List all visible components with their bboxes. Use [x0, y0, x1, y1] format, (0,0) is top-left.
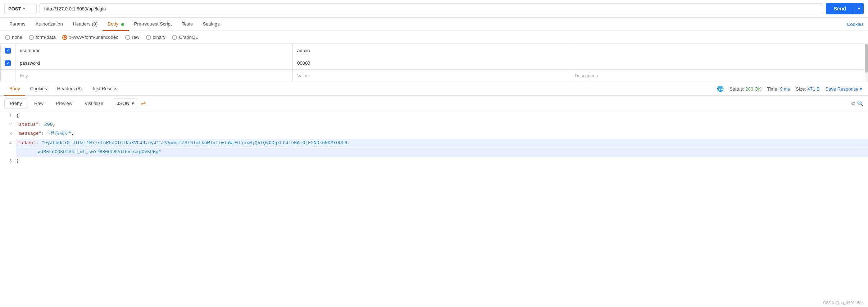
code-line-1: 1 {	[0, 111, 868, 120]
code-line-2: 2 "status": 200,	[0, 120, 868, 129]
method-select[interactable]: POST ▾	[4, 4, 37, 14]
size-label: Size:	[796, 86, 806, 92]
val-message: "登录成功"	[47, 131, 72, 136]
send-dropdown-arrow[interactable]: ▾	[854, 4, 864, 14]
format-visualize[interactable]: Visualize	[79, 98, 109, 108]
code-area: 1 { 2 "status": 200, 3 "message": "登录成功"…	[0, 111, 868, 166]
method-label: POST	[8, 6, 21, 12]
time-label: Time:	[767, 86, 778, 92]
placeholder-value[interactable]: Value	[293, 70, 570, 82]
response-tab-test-results[interactable]: Test Results	[87, 82, 122, 96]
response-meta: 🌐 Status: 200 OK Time: 9 ms Size: 471 B …	[717, 86, 864, 92]
radio-graphql-label: GraphQL	[179, 35, 198, 40]
radio-urlencoded-label: x-www-form-urlencoded	[69, 35, 119, 40]
line-num-1: 1	[0, 111, 16, 120]
line-content-2: "status": 200,	[16, 120, 868, 129]
url-input[interactable]	[40, 3, 823, 14]
radio-form-data-label: form-data	[36, 35, 56, 40]
format-pretty[interactable]: Pretty	[4, 98, 27, 108]
table-row: password 00000	[1, 57, 868, 70]
key-token: "token"	[16, 140, 36, 146]
filter-icon[interactable]: ⇌	[141, 100, 146, 107]
radio-raw-label: raw	[132, 35, 140, 40]
line-content-4: "token": "eyJhbGciOiJIUzI1NiIsInR5cCI6Ik…	[16, 139, 868, 148]
response-tab-cookies[interactable]: Cookies	[25, 82, 52, 96]
row1-check-cell[interactable]	[1, 44, 15, 57]
code-line-3: 3 "message": "登录成功",	[0, 129, 868, 138]
cookies-link[interactable]: Cookies	[847, 18, 864, 31]
top-bar: POST ▾ Send ▾	[0, 0, 868, 18]
request-tabs-bar: Params Authorization Headers (8) Body Pr…	[0, 18, 868, 31]
row2-value[interactable]: 00000	[293, 57, 570, 70]
body-active-dot	[121, 23, 124, 26]
response-tabs-bar: Body Cookies Headers (8) Test Results 🌐 …	[0, 82, 868, 96]
code-line-4: 4 "token": "eyJhbGciOiJIUzI1NiIsInR5cCI6…	[0, 139, 868, 148]
radio-urlencoded[interactable]: x-www-form-urlencoded	[62, 35, 119, 40]
tab-body[interactable]: Body	[103, 18, 129, 31]
row1-key[interactable]: username	[15, 44, 293, 57]
search-icon[interactable]: 🔍	[857, 100, 864, 107]
line-content-1: {	[16, 111, 868, 120]
line-num-5: 5	[0, 157, 16, 166]
format-type-select[interactable]: JSON ▾	[113, 98, 138, 108]
line-num-4: 4	[0, 139, 16, 148]
tab-settings[interactable]: Settings	[198, 18, 225, 31]
line-num-3: 3	[0, 129, 16, 138]
radio-raw[interactable]: raw	[125, 35, 140, 40]
globe-icon: 🌐	[717, 86, 724, 92]
tab-pre-request[interactable]: Pre-request Script	[129, 18, 177, 31]
placeholder-description[interactable]: Description	[570, 70, 868, 82]
response-tab-body[interactable]: Body	[4, 82, 25, 96]
radio-urlencoded-circle	[62, 35, 67, 40]
radio-binary-label: binary	[153, 35, 165, 40]
send-button[interactable]: Send ▾	[826, 3, 864, 14]
line-content-4b: wJBKLnCQKOfSkF_mf_swYT8806t82dI6vTcxgOVK…	[16, 148, 868, 157]
tab-authorization[interactable]: Authorization	[31, 18, 68, 31]
row2-check-cell[interactable]	[1, 57, 15, 70]
table-row-placeholder: Key Value Description	[1, 70, 868, 82]
status-label: Status:	[730, 86, 744, 92]
row2-description[interactable]	[570, 57, 868, 70]
code-line-5: 5 }	[0, 157, 868, 166]
tab-body-label: Body	[108, 21, 118, 27]
tab-headers[interactable]: Headers (8)	[68, 18, 103, 31]
form-table-wrapper: username admin password 00000 Key Value …	[0, 44, 868, 82]
method-arrow: ▾	[23, 7, 25, 11]
row1-description[interactable]	[570, 44, 868, 57]
radio-none-circle	[5, 35, 10, 40]
radio-none[interactable]: none	[5, 35, 22, 40]
radio-binary-circle	[146, 35, 151, 40]
radio-binary[interactable]: binary	[146, 35, 165, 40]
key-message: "message"	[16, 131, 41, 136]
scrollbar-track[interactable]	[865, 44, 868, 82]
radio-graphql[interactable]: GraphQL	[172, 35, 198, 40]
send-label: Send	[826, 3, 854, 14]
time-meta: Time: 9 ms	[767, 86, 790, 92]
format-type-label: JSON	[117, 101, 129, 106]
row2-checkbox[interactable]	[5, 60, 11, 66]
val-token: "eyJhbGciOiJIUzI1NiIsInR5cCI6IkpXVCJ9.ey…	[41, 140, 350, 146]
radio-none-label: none	[12, 35, 22, 40]
placeholder-key[interactable]: Key	[15, 70, 293, 82]
time-value: 9 ms	[780, 86, 790, 92]
scrollbar-thumb[interactable]	[865, 44, 868, 73]
response-tab-headers[interactable]: Headers (8)	[52, 82, 87, 96]
format-preview[interactable]: Preview	[50, 98, 78, 108]
form-table: username admin password 00000 Key Value …	[0, 44, 868, 82]
row1-checkbox[interactable]	[5, 48, 11, 54]
format-type-arrow: ▾	[132, 101, 134, 106]
code-line-4b: wJBKLnCQKOfSkF_mf_swYT8806t82dI6vTcxgOVK…	[0, 148, 868, 157]
radio-form-data-circle	[29, 35, 34, 40]
save-response-label: Save Response	[826, 86, 859, 92]
format-raw[interactable]: Raw	[29, 98, 49, 108]
row1-value[interactable]: admin	[293, 44, 570, 57]
row2-key[interactable]: password	[15, 57, 293, 70]
copy-icon[interactable]: ⧉	[851, 100, 855, 107]
key-status: "status"	[16, 122, 38, 127]
save-response-button[interactable]: Save Response ▾	[826, 86, 862, 92]
tab-tests[interactable]: Tests	[177, 18, 197, 31]
radio-form-data[interactable]: form-data	[29, 35, 56, 40]
tab-params[interactable]: Params	[4, 18, 31, 31]
line-num-4b	[0, 148, 16, 150]
line-content-5: }	[16, 157, 868, 166]
